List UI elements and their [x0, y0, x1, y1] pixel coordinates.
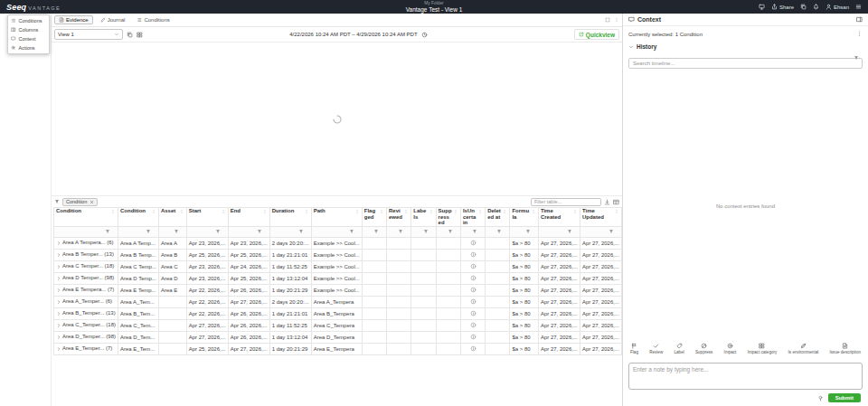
- col-header-time-created-14[interactable]: Time Created: [538, 208, 580, 227]
- col-header-isuncertain-11[interactable]: IsUncertain: [460, 208, 485, 227]
- row-expand-button[interactable]: [56, 310, 61, 316]
- column-filter-8[interactable]: [387, 226, 411, 237]
- col-header-start-3[interactable]: Start: [186, 208, 228, 227]
- column-filter-9[interactable]: [411, 226, 436, 237]
- action-issue-description[interactable]: Issue description: [830, 343, 861, 354]
- history-section-toggle[interactable]: History: [623, 42, 868, 52]
- col-header-asset-2[interactable]: Asset: [158, 208, 186, 227]
- row-expand-button[interactable]: [56, 240, 61, 245]
- column-filter-4[interactable]: [228, 226, 269, 237]
- column-filter-10[interactable]: [436, 226, 460, 237]
- table-row[interactable]: Area B Temper... (13)Area B Temp...Area …: [54, 249, 622, 260]
- present-button[interactable]: [759, 4, 765, 10]
- duration-button[interactable]: [421, 32, 428, 38]
- tab-conditions[interactable]: Conditions: [132, 15, 174, 24]
- submit-button[interactable]: Submit: [828, 393, 861, 402]
- export-table-button[interactable]: [604, 199, 610, 205]
- view-select[interactable]: View 1: [54, 29, 123, 40]
- column-filter-3[interactable]: [186, 226, 228, 237]
- action-is-environmental[interactable]: Is environmental: [788, 343, 819, 354]
- filter-chip-condition[interactable]: Condition: [62, 198, 98, 206]
- quickview-button[interactable]: Quickview: [574, 29, 619, 40]
- table-filter-input[interactable]: [531, 198, 601, 206]
- table-row[interactable]: Area C Temper... (18)Area C Temp...Area …: [54, 260, 622, 272]
- col-header-labels-9[interactable]: Labels: [411, 208, 436, 227]
- copy-link-button[interactable]: [800, 4, 807, 10]
- action-impact-category[interactable]: Impact category: [748, 343, 778, 354]
- timeline-filter-button[interactable]: [854, 55, 859, 61]
- table-row[interactable]: Area B_Temper... (13)Area B_Tem...Apr 22…: [54, 307, 622, 319]
- row-expand-button[interactable]: [56, 334, 61, 339]
- col-header-suppressed-10[interactable]: Suppressed: [436, 208, 460, 227]
- row-expand-button[interactable]: [56, 263, 61, 269]
- row-expand-button[interactable]: [56, 275, 61, 280]
- action-review[interactable]: Review: [649, 343, 663, 354]
- column-filter-5[interactable]: [269, 226, 311, 237]
- column-filter-11[interactable]: [460, 226, 485, 237]
- row-expand-button[interactable]: [56, 298, 61, 304]
- table-row[interactable]: Area E_Temper... (7)Area E_Tem...Apr 25,…: [54, 343, 622, 354]
- menu-item-columns[interactable]: Columns: [8, 25, 49, 34]
- col-header-path-6[interactable]: Path: [311, 208, 362, 227]
- date-range-display[interactable]: 4/22/2026 10:24 AM PDT – 4/29/2026 10:24…: [289, 32, 417, 37]
- column-filter-15[interactable]: [580, 226, 621, 237]
- col-header-reviewed-8[interactable]: Reviewed: [387, 208, 411, 227]
- column-filter-6[interactable]: [311, 226, 362, 237]
- tab-evidence[interactable]: Evidence: [54, 15, 93, 24]
- action-flag[interactable]: Flag: [630, 343, 638, 354]
- table-row[interactable]: Area D Temper... (98)Area D Temp...Area …: [54, 272, 622, 284]
- row-expand-button[interactable]: [56, 287, 61, 292]
- dock-panel-button[interactable]: [856, 16, 863, 23]
- selection-menu-button[interactable]: [856, 31, 863, 37]
- menu-item-actions[interactable]: Actions: [8, 43, 49, 52]
- col-header-deleted-at-12[interactable]: Deleted at: [486, 208, 510, 227]
- col-header-condition-1[interactable]: Condition: [118, 208, 159, 227]
- column-filter-0[interactable]: [54, 226, 118, 237]
- col-header-formula-13[interactable]: Formula: [510, 208, 538, 227]
- table-row[interactable]: Area A Tempera... (6)Area A Temp...Area …: [54, 237, 622, 249]
- action-label[interactable]: Label: [674, 343, 684, 354]
- share-button[interactable]: Share: [771, 4, 794, 10]
- apps-button[interactable]: [137, 32, 143, 38]
- column-filter-13[interactable]: [510, 226, 538, 237]
- note-input[interactable]: [628, 363, 863, 390]
- tab-journal[interactable]: Journal: [96, 15, 130, 24]
- action-impact[interactable]: Impact: [724, 343, 737, 354]
- table-settings-button[interactable]: [613, 199, 619, 205]
- duplicate-view-button[interactable]: [127, 32, 133, 38]
- info-icon: [470, 275, 476, 281]
- user-menu[interactable]: Ehsan: [826, 4, 849, 10]
- timeline-search-input[interactable]: [628, 58, 863, 69]
- table-row[interactable]: Area C_Temper... (18)Area C_Tem...Apr 27…: [54, 319, 622, 331]
- action-suppress[interactable]: Suppress: [695, 343, 712, 354]
- col-header-end-4[interactable]: End: [228, 208, 269, 227]
- column-filter-14[interactable]: [538, 226, 580, 237]
- row-expand-button[interactable]: [56, 345, 61, 351]
- remove-chip-button[interactable]: [90, 200, 94, 204]
- table-row[interactable]: Area E Tempera... (7)Area E Temp...Area …: [54, 284, 622, 296]
- breadcrumb[interactable]: My Folder: [0, 1, 868, 6]
- seeq-logo[interactable]: Seeq VANTAGE: [6, 3, 61, 12]
- col-header-time-updated-15[interactable]: Time Updated: [580, 208, 621, 227]
- column-filter-7[interactable]: [362, 226, 386, 237]
- notifications-button[interactable]: [813, 4, 819, 10]
- view-options-button[interactable]: [614, 17, 619, 23]
- col-header-duration-5[interactable]: Duration: [269, 208, 311, 227]
- table-row[interactable]: Area D_Temper... (98)Area D_Tem...Apr 27…: [54, 331, 622, 343]
- cell: [411, 296, 436, 307]
- col-header-flagged-7[interactable]: Flagged: [362, 208, 386, 227]
- table-row[interactable]: Area A_Temper... (6)Area A_Tem...Apr 22,…: [54, 296, 622, 307]
- menu-item-conditions[interactable]: Conditions: [8, 16, 49, 25]
- maximize-button[interactable]: [605, 17, 610, 23]
- menu-item-context[interactable]: Context: [8, 34, 49, 43]
- trend-area[interactable]: [52, 42, 622, 196]
- pin-note-button[interactable]: [817, 395, 824, 401]
- column-filter-1[interactable]: [118, 226, 159, 237]
- column-filter-2[interactable]: [158, 226, 186, 237]
- column-filter-12[interactable]: [486, 226, 510, 237]
- col-header-condition-0[interactable]: Condition: [54, 208, 118, 227]
- row-expand-button[interactable]: [56, 251, 61, 257]
- quickview-icon-wrap: [579, 32, 584, 37]
- hamburger-menu-button[interactable]: [855, 4, 862, 10]
- row-expand-button[interactable]: [56, 322, 61, 327]
